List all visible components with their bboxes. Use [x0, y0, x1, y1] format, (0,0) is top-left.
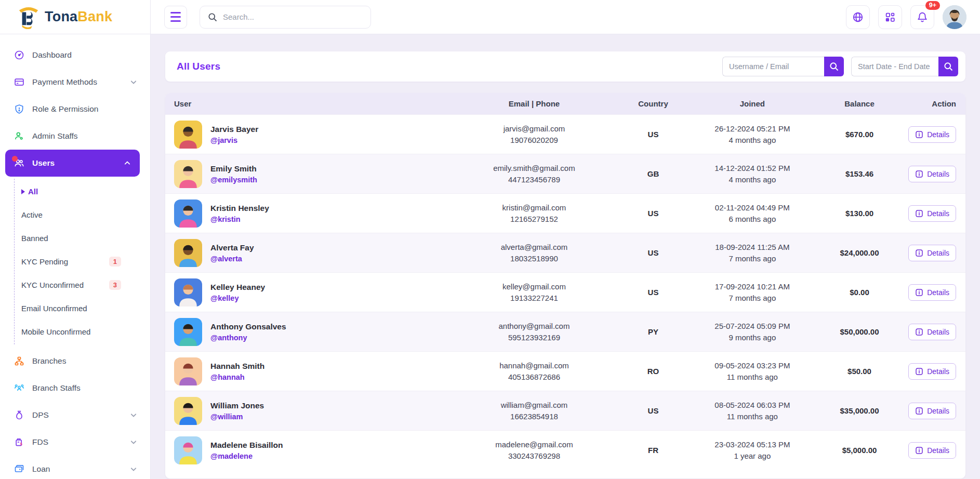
sidebar-item-admin-staffs[interactable]: Admin Staffs: [0, 123, 150, 150]
user-balance: $0.00: [816, 288, 903, 297]
info-icon: [915, 209, 923, 218]
submenu-item-kyc-pending[interactable]: KYC Pending 1: [15, 250, 150, 273]
profile-avatar-image: [943, 5, 966, 29]
user-phone: 595123932169: [454, 332, 615, 343]
apps-button[interactable]: [878, 5, 902, 29]
topbar: TonaBank 9+: [0, 0, 980, 34]
header-country: Country: [617, 99, 688, 108]
notifications-button[interactable]: 9+: [910, 5, 934, 29]
joined-ago: 9 months ago: [692, 332, 813, 343]
role-permission-icon: [14, 104, 24, 114]
submenu-item-all[interactable]: All: [15, 180, 150, 203]
user-avatar: [174, 436, 202, 464]
table-row: Kelley Heaney@kelley kelley@gmail.com191…: [165, 272, 965, 312]
details-button[interactable]: Details: [908, 245, 956, 261]
global-search[interactable]: [200, 6, 371, 29]
details-button[interactable]: Details: [908, 324, 956, 340]
header-email-phone: Email | Phone: [451, 98, 618, 110]
sidebar-item-payment-methods[interactable]: Payment Methods: [0, 69, 150, 96]
username-email-filter-input[interactable]: [722, 57, 824, 76]
details-button[interactable]: Details: [908, 284, 956, 301]
main-content: All Users User Email | P: [151, 34, 980, 479]
details-button[interactable]: Details: [908, 205, 956, 222]
profile-avatar[interactable]: [943, 5, 966, 29]
table-row: Emily Smith@emilysmith emily.smith@gmail…: [165, 154, 965, 193]
user-name: Madelene Bisaillon: [210, 441, 283, 450]
user-country: US: [617, 406, 688, 415]
info-icon: [915, 328, 923, 336]
joined-date: 08-05-2024 06:03 PM: [692, 400, 813, 411]
user-email: kristin@gmail.com: [454, 202, 615, 214]
user-username-link[interactable]: @hannah: [210, 373, 264, 381]
info-icon: [915, 170, 923, 178]
user-phone: 447123456789: [454, 174, 615, 185]
brand-name: TonaBank: [45, 9, 112, 25]
details-button[interactable]: Details: [908, 126, 956, 143]
user-country: US: [617, 288, 688, 297]
tonabank-logo-icon: [18, 5, 39, 29]
details-button[interactable]: Details: [908, 403, 956, 419]
info-icon: [915, 130, 923, 139]
info-icon: [915, 407, 923, 415]
user-username-link[interactable]: @anthony: [210, 334, 286, 342]
user-email: alverta@gmail.com: [454, 242, 615, 253]
user-name: William Jones: [210, 401, 264, 410]
submenu-item-active[interactable]: Active: [15, 203, 150, 227]
joined-date: 17-09-2024 10:21 AM: [692, 281, 813, 292]
user-username-link[interactable]: @madelene: [210, 452, 283, 460]
user-phone: 405136872686: [454, 371, 615, 383]
bell-icon: [917, 11, 928, 23]
table-row: Jarvis Bayer@jarvis jarvis@gmail.com1907…: [165, 114, 965, 154]
user-username-link[interactable]: @alverta: [210, 255, 254, 263]
joined-date: 25-07-2024 05:09 PM: [692, 321, 813, 332]
users-table-card: User Email | Phone Country Joined Balanc…: [165, 93, 965, 478]
user-name: Anthony Gonsalves: [210, 322, 286, 331]
active-caret-icon: [21, 189, 25, 194]
username-search-button[interactable]: [824, 57, 844, 76]
sidebar-item-users[interactable]: Users: [5, 150, 140, 177]
language-button[interactable]: [846, 5, 870, 29]
date-range-filter-input[interactable]: [851, 57, 938, 76]
user-username-link[interactable]: @kristin: [210, 215, 269, 223]
details-button[interactable]: Details: [908, 166, 956, 182]
apps-grid-icon: [884, 11, 896, 23]
sidebar-item-loan[interactable]: Loan: [0, 456, 150, 479]
info-icon: [915, 367, 923, 376]
sidebar-item-role-permission[interactable]: Role & Permission: [0, 96, 150, 123]
user-country: US: [617, 248, 688, 257]
joined-date: 14-12-2024 01:52 PM: [692, 163, 813, 174]
sidebar-item-dps[interactable]: DPS: [0, 402, 150, 429]
sidebar-item-fds[interactable]: $ FDS: [0, 429, 150, 456]
submenu-item-mobile-unconfirmed[interactable]: Mobile Unconfirmed: [15, 320, 150, 343]
submenu-item-kyc-unconfirmed[interactable]: KYC Unconfirmed 3: [15, 273, 150, 297]
user-username-link[interactable]: @kelley: [210, 294, 265, 302]
submenu-item-email-unconfirmed[interactable]: Email Unconfirmed: [15, 297, 150, 320]
table-row: Madelene Bisaillon@madelene madelene@gma…: [165, 430, 965, 470]
user-country: FR: [617, 446, 688, 455]
joined-ago: 4 months ago: [692, 174, 813, 185]
joined-date: 18-09-2024 11:25 AM: [692, 242, 813, 253]
user-username-link[interactable]: @jarvis: [210, 136, 258, 144]
sidebar-toggle-button[interactable]: [164, 6, 187, 29]
global-search-input[interactable]: [223, 12, 363, 21]
user-email: anthony@gmail.com: [454, 321, 615, 332]
table-header-row: User Email | Phone Country Joined Balanc…: [165, 93, 965, 114]
sidebar-item-dashboard[interactable]: Dashboard: [0, 42, 150, 69]
search-icon: [943, 61, 953, 72]
user-email: jarvis@gmail.com: [454, 123, 615, 135]
submenu-item-banned[interactable]: Banned: [15, 227, 150, 250]
sidebar-item-branches[interactable]: Branches: [0, 348, 150, 375]
details-button[interactable]: Details: [908, 363, 956, 380]
joined-ago: 11 months ago: [692, 411, 813, 422]
details-button[interactable]: Details: [908, 442, 956, 459]
notification-badge: 9+: [925, 1, 940, 10]
joined-ago: 11 months ago: [692, 371, 813, 383]
brand-logo[interactable]: TonaBank: [0, 0, 151, 34]
user-username-link[interactable]: @william: [210, 413, 264, 421]
sidebar-item-branch-staffs[interactable]: Branch Staffs: [0, 375, 150, 402]
date-search-button[interactable]: [938, 57, 958, 76]
user-name: Jarvis Bayer: [210, 125, 258, 134]
user-username-link[interactable]: @emilysmith: [210, 176, 257, 184]
user-email: william@gmail.com: [454, 400, 615, 411]
topbar-actions: 9+: [846, 5, 966, 29]
